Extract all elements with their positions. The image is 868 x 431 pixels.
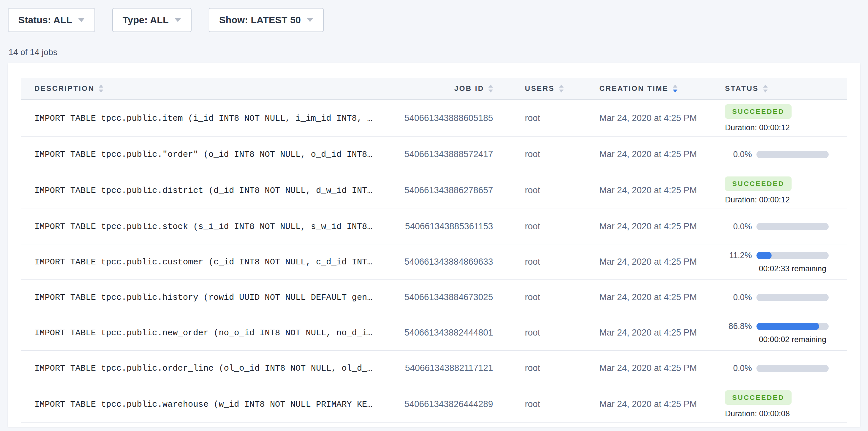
job-id-cell: 540661343884673025 <box>378 292 493 302</box>
job-creation-time-cell: Mar 24, 2020 at 4:25 PM <box>599 221 725 232</box>
job-creation-time: Mar 24, 2020 at 4:25 PM <box>599 221 697 231</box>
job-id-link[interactable]: 540661343888605185 <box>404 113 493 123</box>
sort-desc-icon <box>489 90 493 92</box>
table-row: IMPORT TABLE tpcc.public.new_order (no_o… <box>21 315 847 351</box>
job-user: root <box>525 185 540 195</box>
job-status-cell: SUCCEEDED Duration: 00:00:12 <box>725 104 847 132</box>
job-users-cell: root <box>493 399 599 409</box>
job-user: root <box>525 363 540 373</box>
job-status-cell: 86.8% 00:00:02 remaining <box>725 321 847 344</box>
job-creation-time: Mar 24, 2020 at 4:25 PM <box>599 399 697 409</box>
jobs-table-header: DESCRIPTION JOB ID USERS CREATION TIME S… <box>21 78 847 100</box>
job-users-cell: root <box>493 292 599 302</box>
job-user: root <box>525 149 540 159</box>
job-progress: 0.0% <box>725 363 847 373</box>
column-header-creation-time[interactable]: CREATION TIME <box>599 84 725 93</box>
job-id-link[interactable]: 540661343884673025 <box>404 292 493 302</box>
job-creation-time-cell: Mar 24, 2020 at 4:25 PM <box>599 328 725 338</box>
job-description: IMPORT TABLE tpcc.public.warehouse (w_id… <box>34 400 378 409</box>
job-progress: 0.0% <box>725 293 847 302</box>
job-id-cell: 540661343884869633 <box>378 257 493 267</box>
show-filter-label: Show: LATEST 50 <box>219 15 301 26</box>
job-creation-time: Mar 24, 2020 at 4:25 PM <box>599 363 697 373</box>
job-id-link[interactable]: 540661343826444289 <box>404 399 493 409</box>
job-user: root <box>525 292 540 302</box>
status-badge: SUCCEEDED <box>725 390 792 405</box>
table-row: IMPORT TABLE tpcc.public.order_line (ol_… <box>21 351 847 386</box>
job-id-link[interactable]: 540661343882444801 <box>404 328 493 338</box>
column-header-label: CREATION TIME <box>599 84 669 93</box>
job-creation-time: Mar 24, 2020 at 4:25 PM <box>599 292 697 302</box>
job-description-cell: IMPORT TABLE tpcc.public.customer (c_id … <box>21 257 378 267</box>
progress-remaining: 00:02:33 remaining <box>747 264 838 273</box>
job-description: IMPORT TABLE tpcc.public.history (rowid … <box>34 293 378 302</box>
table-row: IMPORT TABLE tpcc.public.history (rowid … <box>21 280 847 315</box>
sort-icons <box>489 85 493 92</box>
job-creation-time-cell: Mar 24, 2020 at 4:25 PM <box>599 113 725 123</box>
jobs-page: Status: ALL Type: ALL Show: LATEST 50 14… <box>0 0 868 427</box>
job-id-link[interactable]: 540661343882117121 <box>405 363 493 373</box>
progress-percent: 0.0% <box>725 363 752 373</box>
job-users-cell: root <box>493 363 599 373</box>
column-header-label: DESCRIPTION <box>34 84 94 93</box>
job-creation-time-cell: Mar 24, 2020 at 4:25 PM <box>599 149 725 159</box>
filter-bar: Status: ALL Type: ALL Show: LATEST 50 <box>8 8 860 32</box>
job-creation-time-cell: Mar 24, 2020 at 4:25 PM <box>599 363 725 373</box>
job-id-cell: 540661343886278657 <box>378 185 493 195</box>
status-duration: Duration: 00:00:12 <box>725 123 847 132</box>
job-user: root <box>525 221 540 231</box>
job-description-cell: IMPORT TABLE tpcc.public.warehouse (w_id… <box>21 400 378 409</box>
sort-icons <box>99 85 103 92</box>
jobs-table-card: DESCRIPTION JOB ID USERS CREATION TIME S… <box>8 63 860 427</box>
column-header-description[interactable]: DESCRIPTION <box>21 84 378 93</box>
job-status-cell: 0.0% <box>725 293 847 302</box>
table-row: IMPORT TABLE tpcc.public.stock (s_i_id I… <box>21 209 847 244</box>
job-id-link[interactable]: 540661343886278657 <box>404 185 493 195</box>
status-duration: Duration: 00:00:08 <box>725 409 847 418</box>
job-description-cell: IMPORT TABLE tpcc.public.district (d_id … <box>21 186 378 195</box>
job-description-cell: IMPORT TABLE tpcc.public.item (i_id INT8… <box>21 114 378 123</box>
progress-percent: 0.0% <box>725 222 752 231</box>
job-users-cell: root <box>493 149 599 159</box>
job-creation-time-cell: Mar 24, 2020 at 4:25 PM <box>599 399 725 409</box>
job-users-cell: root <box>493 113 599 123</box>
job-status-succeeded: SUCCEEDED Duration: 00:00:12 <box>725 104 847 132</box>
jobs-count-summary: 14 of 14 jobs <box>8 47 860 57</box>
chevron-down-icon <box>175 18 181 22</box>
type-filter-dropdown[interactable]: Type: ALL <box>112 8 192 32</box>
column-header-job-id[interactable]: JOB ID <box>378 84 493 93</box>
progress-line: 0.0% <box>725 293 847 302</box>
column-header-status[interactable]: STATUS <box>725 84 847 93</box>
job-id-cell: 540661343888605185 <box>378 113 493 123</box>
job-id-cell: 540661343885361153 <box>378 221 493 232</box>
job-id-link[interactable]: 540661343885361153 <box>405 221 493 231</box>
progress-fill <box>756 323 819 330</box>
job-status-cell: 0.0% <box>725 222 847 231</box>
job-description-cell: IMPORT TABLE tpcc.public."order" (o_id I… <box>21 150 378 159</box>
progress-line: 86.8% <box>725 321 847 331</box>
column-header-label: JOB ID <box>454 84 484 93</box>
progress-remaining: 00:00:02 remaining <box>747 335 838 344</box>
progress-line: 0.0% <box>725 222 847 231</box>
job-description: IMPORT TABLE tpcc.public.stock (s_i_id I… <box>34 222 378 232</box>
job-status-succeeded: SUCCEEDED Duration: 00:00:08 <box>725 390 847 418</box>
table-row: IMPORT TABLE tpcc.public.district (d_id … <box>21 172 847 209</box>
job-description-cell: IMPORT TABLE tpcc.public.order_line (ol_… <box>21 363 378 373</box>
progress-bar <box>756 294 829 301</box>
job-id-link[interactable]: 540661343888572417 <box>404 149 493 159</box>
job-progress: 0.0% <box>725 150 847 159</box>
status-filter-dropdown[interactable]: Status: ALL <box>8 8 95 32</box>
job-status-cell: SUCCEEDED Duration: 00:00:12 <box>725 177 847 204</box>
job-status-cell: 0.0% <box>725 150 847 159</box>
job-description: IMPORT TABLE tpcc.public.district (d_id … <box>34 186 378 195</box>
column-header-users[interactable]: USERS <box>493 84 599 93</box>
show-filter-dropdown[interactable]: Show: LATEST 50 <box>209 8 324 32</box>
job-creation-time: Mar 24, 2020 at 4:25 PM <box>599 149 697 159</box>
job-description: IMPORT TABLE tpcc.public.order_line (ol_… <box>34 363 378 373</box>
job-id-link[interactable]: 540661343884869633 <box>404 257 493 267</box>
job-id-cell: 540661343888572417 <box>378 149 493 159</box>
status-badge: SUCCEEDED <box>725 177 792 191</box>
sort-icons <box>559 85 564 92</box>
progress-bar <box>756 365 829 372</box>
job-description: IMPORT TABLE tpcc.public.customer (c_id … <box>34 257 378 267</box>
